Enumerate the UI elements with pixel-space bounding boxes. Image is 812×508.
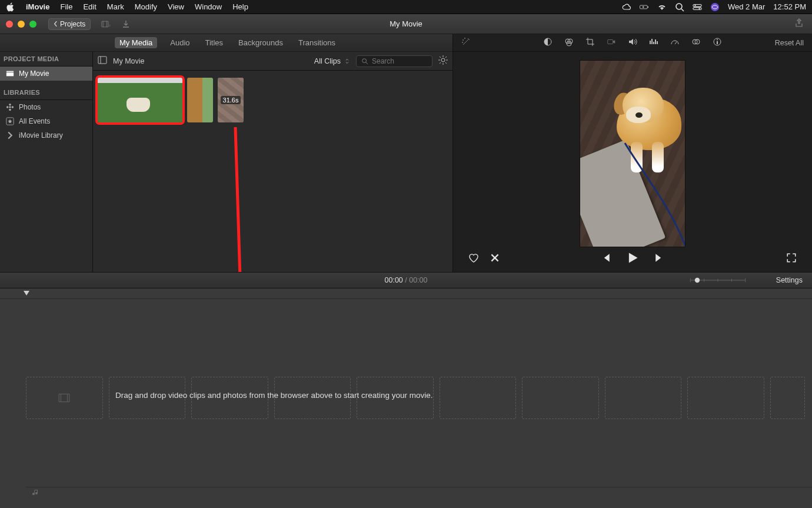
apple-menu-icon[interactable] (6, 2, 15, 12)
automatic-content-icon[interactable]: ♪ (101, 19, 111, 29)
svg-point-16 (9, 109, 11, 111)
sidebar-section-project-media: PROJECT MEDIA (0, 52, 92, 66)
svg-point-53 (717, 39, 718, 41)
magic-wand-icon[interactable] (461, 37, 471, 48)
window-minimize-button[interactable] (18, 21, 25, 28)
speed-icon[interactable] (670, 37, 680, 48)
prev-frame-button[interactable] (600, 253, 611, 265)
drop-cell[interactable] (522, 377, 599, 419)
window-close-button[interactable] (6, 21, 13, 28)
search-input[interactable] (372, 57, 425, 65)
svg-point-15 (9, 104, 11, 106)
timeline-drop-hint: Drag and drop video clips and photos fro… (115, 391, 433, 400)
timeline-settings-button[interactable]: Settings (776, 276, 803, 284)
noise-equalizer-icon[interactable] (649, 37, 658, 48)
tab-my-media[interactable]: My Media (115, 37, 157, 48)
projects-back-label: Projects (60, 20, 85, 28)
clip-thumbnail-3[interactable]: 31.6s (218, 78, 244, 122)
clips-filter-label: All Clips (314, 57, 341, 65)
next-frame-button[interactable] (654, 253, 665, 265)
info-icon[interactable] (713, 37, 722, 48)
tab-audio[interactable]: Audio (168, 37, 192, 48)
timeline-ruler[interactable] (0, 288, 812, 299)
menubar-item-file[interactable]: File (60, 2, 72, 11)
fullscreen-icon[interactable] (786, 253, 797, 265)
reset-all-button[interactable]: Reset All (775, 39, 804, 47)
svg-line-32 (440, 62, 441, 64)
crop-icon[interactable] (585, 37, 595, 48)
wifi-icon[interactable] (657, 2, 667, 12)
color-balance-icon[interactable] (543, 37, 553, 48)
sidebar-item-all-events[interactable]: All Events (0, 114, 92, 128)
search-field[interactable] (356, 55, 432, 67)
sidebar-collapse-icon[interactable] (98, 55, 107, 67)
menubar-item-view[interactable]: View (168, 2, 184, 11)
menubar-right-group: Wed 2 Mar 12:52 PM (622, 2, 806, 12)
sidebar-item-label: My Movie (19, 69, 49, 78)
filters-icon[interactable] (691, 37, 701, 48)
menubar-date[interactable]: Wed 2 Mar (728, 2, 765, 11)
svg-point-37 (462, 42, 463, 43)
imovie-window: Projects ♪ My Movie My Media Audio Title… (0, 14, 812, 508)
drop-cell[interactable] (770, 377, 805, 419)
media-settings-icon[interactable] (438, 55, 448, 67)
media-browser-pane: My Media Audio Titles Backgrounds Transi… (0, 34, 453, 272)
siri-icon[interactable] (710, 2, 720, 12)
volume-icon[interactable] (628, 37, 637, 48)
menubar-item-mark[interactable]: Mark (107, 2, 124, 11)
spotlight-icon[interactable] (675, 2, 684, 12)
timecode-current: 00:00 (385, 276, 403, 284)
playhead-icon[interactable] (24, 291, 29, 295)
sidebar-item-imovie-library[interactable]: iMovie Library (0, 128, 92, 142)
zoom-slider[interactable] (688, 276, 747, 284)
import-icon[interactable] (121, 19, 131, 29)
stabilization-icon[interactable] (607, 37, 616, 48)
timeline[interactable]: Drag and drop video clips and photos fro… (0, 288, 812, 508)
media-header-title: My Movie (113, 57, 144, 65)
drop-cell[interactable] (605, 377, 682, 419)
audio-lane[interactable] (26, 487, 812, 497)
tab-transitions[interactable]: Transitions (296, 37, 338, 48)
svg-rect-9 (102, 21, 108, 27)
drop-cell[interactable] (687, 377, 764, 419)
control-center-icon[interactable] (693, 2, 702, 12)
svg-point-7 (698, 8, 700, 9)
reject-icon[interactable] (490, 253, 500, 265)
menubar-item-edit[interactable]: Edit (83, 2, 96, 11)
clip-thumbnail-1[interactable] (98, 78, 182, 122)
svg-point-14 (9, 106, 11, 108)
svg-point-35 (462, 39, 464, 41)
tab-backgrounds[interactable]: Backgrounds (236, 37, 285, 48)
menubar-item-window[interactable]: Window (195, 2, 222, 11)
menubar-item-help[interactable]: Help (232, 2, 248, 11)
svg-point-2 (676, 4, 682, 9)
timecode-counter: 00:00 / 00:00 (385, 276, 428, 284)
clip-grid: 31.6s (93, 71, 452, 272)
projects-back-button[interactable]: Projects (48, 18, 91, 30)
share-icon[interactable] (794, 18, 804, 30)
color-correction-icon[interactable] (564, 37, 574, 48)
menubar-item-modify[interactable]: Modify (135, 2, 157, 11)
clip-duration-badge: 31.6s (221, 96, 241, 104)
play-button[interactable] (626, 251, 639, 267)
drop-cell[interactable] (440, 377, 517, 419)
svg-point-62 (695, 278, 700, 283)
sidebar-section-libraries: LIBRARIES (0, 85, 92, 99)
menubar-app-name[interactable]: iMovie (26, 2, 49, 11)
tab-titles[interactable]: Titles (203, 37, 226, 48)
battery-icon[interactable] (640, 2, 649, 12)
sidebar-item-my-movie[interactable]: My Movie (0, 67, 92, 81)
window-title: My Movie (390, 19, 422, 28)
film-icon (58, 391, 71, 404)
updown-chevron-icon (344, 58, 350, 64)
window-fullscreen-button[interactable] (29, 21, 36, 28)
svg-rect-4 (693, 4, 701, 6)
clip-thumbnail-2[interactable] (187, 78, 213, 122)
menubar-time[interactable]: 12:52 PM (773, 2, 806, 11)
sidebar-item-photos[interactable]: Photos (0, 100, 92, 114)
drop-cell[interactable] (26, 377, 103, 419)
favorite-icon[interactable] (468, 253, 479, 265)
creative-cloud-icon[interactable] (622, 2, 631, 12)
clips-filter-dropdown[interactable]: All Clips (314, 57, 350, 65)
video-preview[interactable] (580, 60, 685, 247)
